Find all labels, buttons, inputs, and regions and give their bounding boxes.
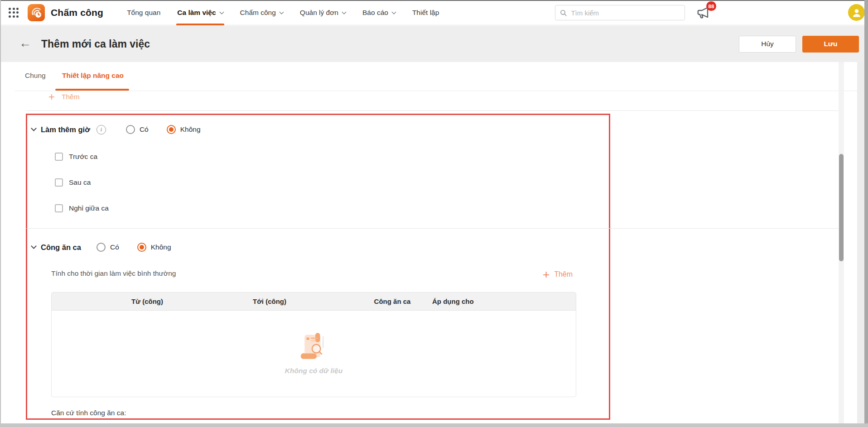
- nav-item-bao-cao[interactable]: Báo cáo: [362, 0, 396, 25]
- tab-advanced-settings[interactable]: Thiết lập nâng cao: [62, 72, 124, 80]
- checkbox-truoc-ca[interactable]: [55, 153, 63, 161]
- app-logo-icon[interactable]: [28, 4, 45, 21]
- section-divider: [26, 110, 839, 111]
- overtime-section-header: Làm thêm giờ i Có Không: [32, 123, 201, 136]
- window-border-left: [0, 0, 1, 427]
- empty-data-text: Không có dữ liệu: [285, 367, 342, 375]
- app-grid-icon[interactable]: [9, 8, 19, 18]
- window-border-top: [0, 0, 868, 1]
- info-icon[interactable]: i: [96, 125, 106, 134]
- top-navigation-bar: Chấm công Tổng quan Ca làm việc Chấm côn…: [0, 0, 868, 25]
- column-header-cong-an-ca: Công ăn ca: [351, 293, 434, 311]
- meal-radio-no[interactable]: [137, 243, 146, 252]
- nav-item-tong-quan[interactable]: Tổng quan: [126, 0, 161, 25]
- collapse-chevron-icon[interactable]: [31, 125, 37, 131]
- meal-radio-yes-label[interactable]: Có: [110, 243, 119, 251]
- user-avatar[interactable]: [848, 4, 865, 21]
- nav-item-thiet-lap[interactable]: Thiết lập: [411, 0, 440, 25]
- meal-radio-yes[interactable]: [96, 243, 106, 252]
- tab-general[interactable]: Chung: [25, 72, 46, 80]
- overtime-radio-no-label[interactable]: Không: [180, 125, 201, 134]
- search-icon: [560, 9, 567, 17]
- add-item-link-top[interactable]: + Thêm: [48, 91, 80, 102]
- column-header-ap-dung-cho: Áp dụng cho: [432, 293, 532, 311]
- overtime-radio-yes-label[interactable]: Có: [140, 125, 149, 134]
- meal-table: Từ (công) Tới (công) Công ăn ca Áp dụng …: [51, 292, 576, 397]
- checkbox-row-sau-ca: Sau ca: [55, 177, 91, 188]
- save-button[interactable]: Lưu: [802, 36, 859, 53]
- chevron-down-icon: [279, 10, 284, 14]
- add-meal-row-button[interactable]: + Thêm: [543, 269, 573, 280]
- back-arrow-icon[interactable]: ←: [19, 37, 31, 49]
- chevron-down-icon: [219, 10, 224, 14]
- page-header: ← Thêm mới ca làm việc Hủy Lưu: [0, 26, 868, 62]
- checkbox-nghi-giua-ca[interactable]: [55, 204, 63, 212]
- page: Chấm công Tổng quan Ca làm việc Chấm côn…: [0, 0, 868, 427]
- checkbox-sau-ca[interactable]: [55, 178, 63, 187]
- nav-item-ca-lam-viec[interactable]: Ca làm việc: [176, 0, 224, 25]
- checkbox-row-nghi-giua-ca: Nghỉ giữa ca: [55, 203, 109, 214]
- window-border-right: [864, 0, 868, 427]
- overtime-radio-no[interactable]: [167, 125, 176, 134]
- meal-basis-label: Căn cứ tính công ăn ca:: [51, 409, 126, 417]
- meal-note-text: Tính cho thời gian làm việc bình thường: [51, 269, 176, 278]
- notifications-button[interactable]: 88: [696, 6, 712, 20]
- tabbar-divider: [15, 91, 857, 91]
- meal-table-empty-state: Không có dữ liệu: [52, 311, 576, 397]
- cancel-button[interactable]: Hủy: [739, 36, 796, 53]
- app-title: Chấm công: [51, 7, 103, 18]
- window-border-bottom: [0, 423, 868, 427]
- overtime-section-title: Làm thêm giờ: [41, 125, 90, 134]
- column-header-toi-cong: Tới (công): [206, 293, 333, 311]
- nav-item-quan-ly-don[interactable]: Quản lý đơn: [299, 0, 347, 25]
- meal-radio-no-label[interactable]: Không: [151, 243, 171, 251]
- meal-table-header: Từ (công) Tới (công) Công ăn ca Áp dụng …: [52, 293, 576, 311]
- collapse-chevron-icon[interactable]: [31, 243, 37, 249]
- meal-section-header: Công ăn ca Có Không: [32, 241, 171, 254]
- notification-badge: 88: [706, 1, 716, 11]
- person-icon: [851, 7, 862, 18]
- nav-item-cham-cong[interactable]: Chấm công: [239, 0, 284, 25]
- plus-icon: +: [543, 269, 550, 280]
- chevron-down-icon: [342, 10, 347, 14]
- scrollbar-thumb[interactable]: [839, 154, 844, 261]
- main-nav: Tổng quan Ca làm việc Chấm công Quản lý …: [126, 0, 455, 25]
- plus-icon: +: [48, 91, 55, 102]
- empty-data-icon: [299, 332, 329, 361]
- chevron-down-icon: [391, 10, 396, 14]
- overtime-radio-yes[interactable]: [126, 125, 135, 134]
- search-box: [555, 5, 685, 20]
- search-input[interactable]: [571, 9, 680, 17]
- section-divider: [26, 228, 839, 229]
- meal-section-title: Công ăn ca: [41, 243, 81, 252]
- page-title: Thêm mới ca làm việc: [41, 38, 150, 50]
- checkbox-row-truoc-ca: Trước ca: [55, 151, 97, 162]
